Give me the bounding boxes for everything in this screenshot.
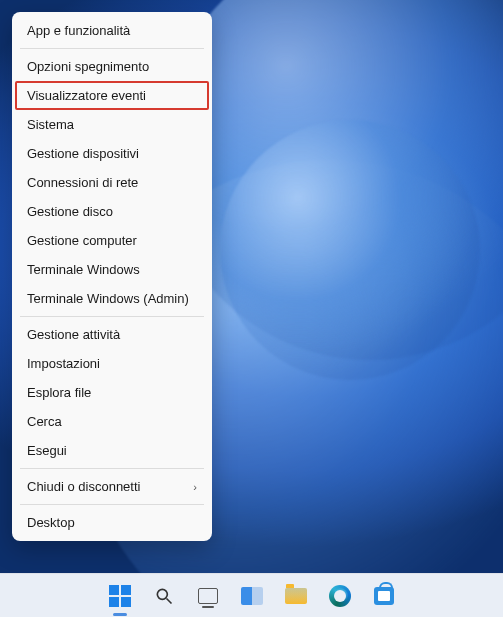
menu-item-sistema[interactable]: Sistema — [15, 110, 209, 139]
menu-item-label: Cerca — [27, 414, 62, 429]
menu-item-label: Connessioni di rete — [27, 175, 138, 190]
task-view-icon[interactable] — [194, 582, 222, 610]
menu-item-label: Gestione dispositivi — [27, 146, 139, 161]
menu-item-app-e-funzionalit[interactable]: App e funzionalità — [15, 16, 209, 45]
menu-item-label: Chiudi o disconnetti — [27, 479, 140, 494]
svg-point-0 — [157, 589, 167, 599]
menu-separator — [20, 468, 204, 469]
menu-item-gestione-dispositivi[interactable]: Gestione dispositivi — [15, 139, 209, 168]
menu-item-esegui[interactable]: Esegui — [15, 436, 209, 465]
file-explorer-icon[interactable] — [282, 582, 310, 610]
menu-item-label: Desktop — [27, 515, 75, 530]
edge-icon[interactable] — [326, 582, 354, 610]
menu-separator — [20, 316, 204, 317]
menu-item-label: Gestione disco — [27, 204, 113, 219]
menu-separator — [20, 48, 204, 49]
menu-item-terminale-windows-admin[interactable]: Terminale Windows (Admin) — [15, 284, 209, 313]
menu-item-label: Terminale Windows — [27, 262, 140, 277]
menu-item-gestione-computer[interactable]: Gestione computer — [15, 226, 209, 255]
wallpaper-swirl — [220, 120, 480, 380]
start-icon[interactable] — [106, 582, 134, 610]
winx-context-menu: App e funzionalitàOpzioni spegnimentoVis… — [12, 12, 212, 541]
menu-item-label: Gestione attività — [27, 327, 120, 342]
menu-separator — [20, 504, 204, 505]
taskbar — [0, 573, 503, 617]
widgets-icon[interactable] — [238, 582, 266, 610]
chevron-right-icon: › — [193, 481, 197, 493]
menu-item-label: App e funzionalità — [27, 23, 130, 38]
menu-item-chiudi-o-disconnetti[interactable]: Chiudi o disconnetti› — [15, 472, 209, 501]
menu-item-connessioni-di-rete[interactable]: Connessioni di rete — [15, 168, 209, 197]
menu-item-terminale-windows[interactable]: Terminale Windows — [15, 255, 209, 284]
menu-item-label: Terminale Windows (Admin) — [27, 291, 189, 306]
menu-item-gestione-disco[interactable]: Gestione disco — [15, 197, 209, 226]
menu-item-label: Esplora file — [27, 385, 91, 400]
menu-item-esplora-file[interactable]: Esplora file — [15, 378, 209, 407]
menu-item-impostazioni[interactable]: Impostazioni — [15, 349, 209, 378]
menu-item-label: Opzioni spegnimento — [27, 59, 149, 74]
menu-item-cerca[interactable]: Cerca — [15, 407, 209, 436]
menu-item-desktop[interactable]: Desktop — [15, 508, 209, 537]
menu-item-visualizzatore-eventi[interactable]: Visualizzatore eventi — [15, 81, 209, 110]
menu-item-opzioni-spegnimento[interactable]: Opzioni spegnimento — [15, 52, 209, 81]
menu-item-label: Visualizzatore eventi — [27, 88, 146, 103]
microsoft-store-icon[interactable] — [370, 582, 398, 610]
menu-item-label: Gestione computer — [27, 233, 137, 248]
menu-item-label: Sistema — [27, 117, 74, 132]
svg-line-1 — [166, 598, 171, 603]
search-icon[interactable] — [150, 582, 178, 610]
menu-item-label: Esegui — [27, 443, 67, 458]
menu-item-gestione-attivit[interactable]: Gestione attività — [15, 320, 209, 349]
menu-item-label: Impostazioni — [27, 356, 100, 371]
